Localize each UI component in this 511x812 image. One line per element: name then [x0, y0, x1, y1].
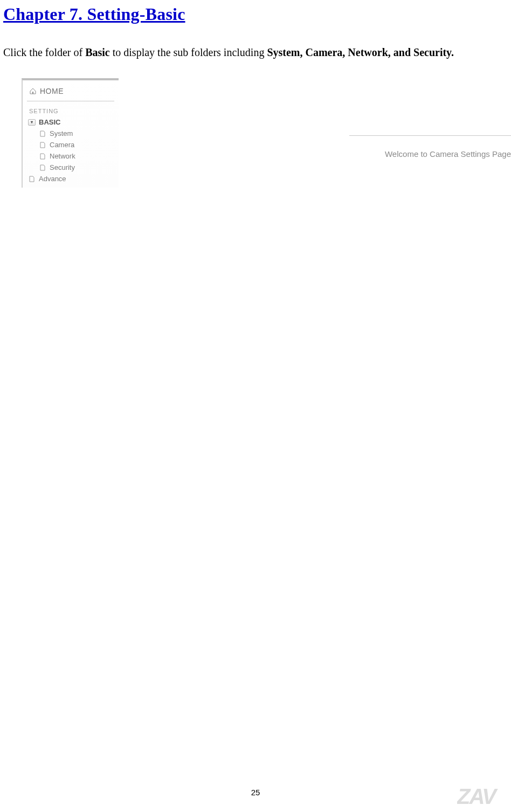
sidebar-item-network[interactable]: Network	[39, 150, 119, 162]
intro-bold-list: System, Camera, Network, and Security.	[267, 46, 454, 58]
sidebar-item-label: Security	[50, 163, 75, 171]
sidebar-divider	[27, 101, 114, 101]
sidebar-item-camera[interactable]: Camera	[39, 139, 119, 150]
sidebar-section-label: SETTING	[23, 105, 119, 116]
svg-rect-0	[32, 92, 33, 94]
sidebar-home[interactable]: HOME	[23, 80, 119, 101]
welcome-text: Welcome to Camera Settings Page	[385, 149, 511, 159]
intro-paragraph: Click the folder of Basic to display the…	[0, 24, 511, 63]
sidebar-home-label: HOME	[40, 87, 64, 95]
sidebar-tree: ▾ BASIC System Camera Network S	[23, 116, 119, 184]
content-divider	[349, 135, 511, 136]
sidebar-advance-label: Advance	[39, 175, 66, 183]
sidebar-item-label: Camera	[50, 141, 74, 149]
watermark-logo: ZAV	[457, 785, 511, 809]
sidebar-item-basic[interactable]: ▾ BASIC	[28, 116, 119, 128]
sidebar-item-label: System	[50, 129, 73, 137]
page-icon	[28, 176, 36, 182]
sidebar-item-label: Network	[50, 152, 75, 160]
page-icon	[39, 164, 46, 171]
page-icon	[39, 130, 46, 137]
collapse-icon[interactable]: ▾	[28, 119, 36, 126]
sidebar-basic-children: System Camera Network Security	[28, 128, 119, 173]
intro-bold-basic: Basic	[85, 46, 110, 58]
intro-text-2: to display the sub folders including	[110, 46, 267, 58]
sidebar-item-security[interactable]: Security	[39, 162, 119, 173]
chapter-title: Chapter 7. Setting-Basic	[0, 0, 511, 24]
settings-content: Welcome to Camera Settings Page	[119, 78, 511, 218]
page-icon	[39, 153, 46, 160]
sidebar-basic-label: BASIC	[39, 118, 60, 126]
home-icon	[29, 88, 37, 94]
settings-screenshot: HOME SETTING ▾ BASIC System Camera	[22, 78, 511, 218]
page-icon	[39, 142, 46, 148]
page-number: 25	[251, 788, 260, 797]
sidebar-item-system[interactable]: System	[39, 128, 119, 139]
settings-sidebar: HOME SETTING ▾ BASIC System Camera	[22, 78, 119, 188]
sidebar-item-advance[interactable]: Advance	[28, 173, 119, 184]
intro-text-1: Click the folder of	[3, 46, 85, 58]
